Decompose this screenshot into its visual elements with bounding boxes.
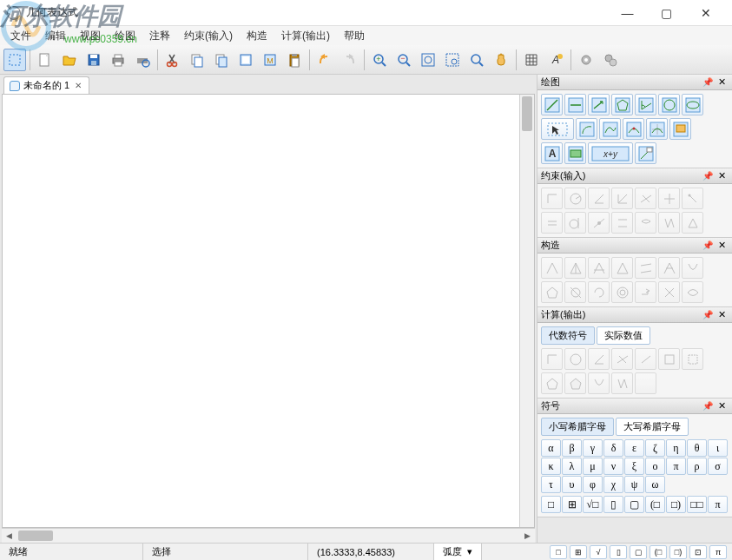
calc-coords-button[interactable]	[541, 372, 563, 394]
math-symbol[interactable]: √□	[583, 496, 603, 513]
greek-letter-λ[interactable]: λ	[562, 458, 582, 475]
calc-distance-button[interactable]	[541, 348, 563, 370]
copy-emf-button[interactable]	[234, 49, 257, 71]
greek-letter-σ[interactable]: σ	[708, 458, 728, 475]
draw-function-button[interactable]	[646, 118, 668, 140]
calc-tab-numeric[interactable]: 实际数值	[597, 326, 650, 345]
construct-perpbisector-button[interactable]	[611, 257, 633, 279]
construct-midpoint-button[interactable]	[541, 257, 563, 279]
math-symbol[interactable]: □□	[687, 496, 707, 513]
constraint-parallel-button[interactable]	[611, 212, 633, 234]
tab-close-button[interactable]: ✕	[73, 81, 83, 90]
greek-letter-ω[interactable]: ω	[645, 476, 665, 493]
pin-icon[interactable]: 📌	[700, 77, 716, 87]
greek-letter-ρ[interactable]: ρ	[687, 458, 707, 475]
tool-select[interactable]	[3, 49, 26, 71]
menu-help[interactable]: 帮助	[337, 27, 372, 45]
menu-annotate[interactable]: 注释	[142, 27, 177, 45]
open-button[interactable]	[58, 49, 81, 71]
zoom-in-button[interactable]: +	[368, 49, 391, 71]
math-symbol[interactable]: □)	[666, 496, 686, 513]
maximize-button[interactable]: ▢	[647, 1, 686, 25]
status-tool-6[interactable]: (□	[650, 545, 667, 559]
redo-button[interactable]	[338, 49, 360, 71]
status-tool-5[interactable]: ▢	[630, 545, 647, 559]
greek-letter-φ[interactable]: φ	[583, 476, 603, 493]
cut-button[interactable]	[162, 49, 184, 71]
greek-letter-ζ[interactable]: ζ	[645, 439, 665, 457]
draw-text-button[interactable]: A	[541, 142, 563, 164]
menu-file[interactable]: 文件	[3, 27, 38, 45]
draw-polygon-button[interactable]	[611, 94, 633, 115]
constraint-congruent-button[interactable]	[541, 212, 563, 234]
status-tool-8[interactable]: ⊡	[689, 545, 707, 559]
menu-view[interactable]: 视图	[73, 27, 108, 45]
constraint-radius-button[interactable]	[564, 188, 586, 209]
panel-close-button[interactable]: ✕	[716, 240, 729, 251]
constraint-angle-button[interactable]	[588, 188, 610, 209]
status-tool-7[interactable]: □)	[669, 545, 687, 559]
calc-implicit-button[interactable]	[611, 372, 633, 394]
construct-perpendicular-button[interactable]	[658, 257, 680, 279]
constraint-coordinates-button[interactable]	[682, 188, 703, 209]
construct-rotate-button[interactable]	[588, 281, 610, 303]
construct-translate-button[interactable]	[635, 281, 656, 303]
construct-tangent-button[interactable]	[682, 257, 703, 279]
math-symbol[interactable]: (□	[645, 496, 665, 513]
pin-icon[interactable]: 📌	[700, 401, 716, 411]
panel-close-button[interactable]: ✕	[716, 309, 729, 320]
constraint-direction-button[interactable]	[611, 188, 633, 209]
construct-intersection-button[interactable]	[564, 257, 586, 279]
greek-letter-κ[interactable]: κ	[541, 458, 561, 475]
undo-button[interactable]	[313, 49, 336, 71]
draw-annotation-button[interactable]	[635, 142, 656, 164]
draw-equation-button[interactable]: x+y	[588, 142, 633, 164]
settings-button[interactable]	[575, 49, 597, 71]
greek-letter-δ[interactable]: δ	[603, 439, 623, 457]
calc-tab-symbolic[interactable]: 代数符号	[541, 326, 595, 345]
select-tool-button[interactable]	[541, 118, 574, 140]
calc-angle-button[interactable]	[588, 348, 610, 370]
greek-letter-χ[interactable]: χ	[603, 476, 623, 493]
draw-angle-button[interactable]	[635, 94, 656, 115]
status-tool-1[interactable]: □	[550, 545, 567, 559]
greek-letter-α[interactable]: α	[541, 439, 561, 457]
greek-letter-π[interactable]: π	[666, 458, 686, 475]
construct-locus-button[interactable]	[682, 281, 703, 303]
vertical-scrollbar[interactable]	[519, 95, 534, 527]
calc-expression-button[interactable]	[635, 372, 656, 394]
panel-close-button[interactable]: ✕	[716, 76, 729, 88]
draw-locus-button[interactable]	[623, 118, 644, 140]
construct-trace-button[interactable]	[658, 281, 680, 303]
greek-letter-β[interactable]: β	[562, 439, 582, 457]
constraint-slope-button[interactable]	[635, 188, 656, 209]
draw-point-button[interactable]	[541, 94, 563, 115]
math-symbol[interactable]: ▢	[624, 496, 644, 513]
variable-button[interactable]: A	[544, 49, 567, 71]
preferences-button[interactable]	[599, 49, 622, 71]
constraint-equation-button[interactable]	[635, 212, 656, 234]
construct-reflect-button[interactable]	[564, 281, 586, 303]
math-symbol[interactable]: ▯	[603, 496, 623, 513]
constraint-proportion-button[interactable]	[682, 212, 703, 234]
zoom-fit-button[interactable]	[417, 49, 439, 71]
zoom-actual-button[interactable]	[465, 49, 488, 71]
document-tab[interactable]: 未命名的 1 ✕	[3, 76, 89, 94]
symbol-tab-lowercase[interactable]: 小写希腊字母	[541, 418, 614, 436]
construct-parallel-button[interactable]	[635, 257, 656, 279]
constraint-implicit-button[interactable]	[658, 212, 680, 234]
status-tool-3[interactable]: √	[590, 545, 607, 559]
minimize-button[interactable]: —	[608, 1, 647, 25]
constraint-incident-button[interactable]	[588, 212, 610, 234]
calc-slope-button[interactable]	[635, 348, 656, 370]
greek-letter-η[interactable]: η	[666, 439, 686, 457]
draw-arc-button[interactable]	[576, 118, 597, 140]
grid-button[interactable]	[520, 49, 543, 71]
pin-icon[interactable]: 📌	[700, 310, 716, 320]
draw-expression-button[interactable]	[564, 142, 586, 164]
greek-letter-γ[interactable]: γ	[583, 439, 603, 457]
math-symbol[interactable]: ⊞	[562, 496, 582, 513]
greek-letter-ξ[interactable]: ξ	[624, 458, 644, 475]
draw-curve-button[interactable]	[599, 118, 621, 140]
pin-icon[interactable]: 📌	[700, 171, 716, 181]
